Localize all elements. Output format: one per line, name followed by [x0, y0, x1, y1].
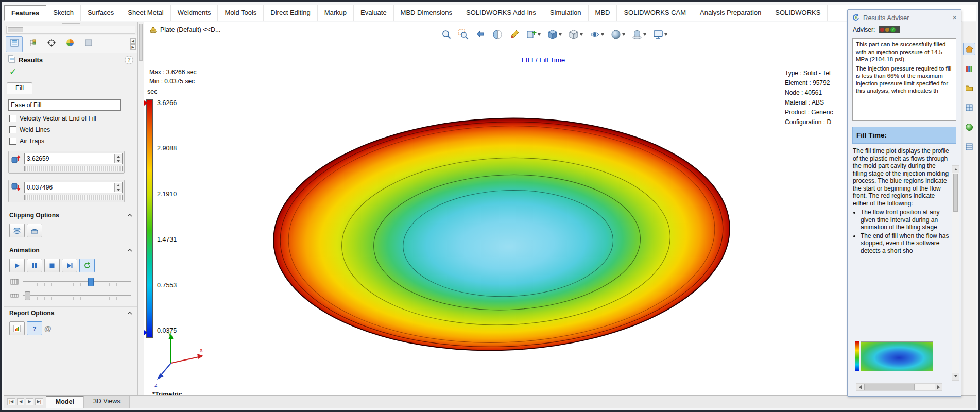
velocity-vector-checkbox[interactable]: [9, 115, 16, 122]
min-value-thumbwheel[interactable]: [24, 195, 123, 200]
ribbon-tab-cam[interactable]: SOLIDWORKS CAM: [617, 5, 693, 21]
appearances-button[interactable]: [610, 28, 626, 41]
speed-slider-thumb[interactable]: [25, 291, 30, 300]
max-value-input[interactable]: 3.62659: [24, 153, 123, 164]
play-from-start-button[interactable]: [62, 259, 77, 272]
adviser-message-box[interactable]: This part can be successfully filled wit…: [852, 38, 956, 121]
ease-of-fill-field[interactable]: [8, 99, 121, 111]
adviser-vertical-scrollbar[interactable]: [952, 165, 959, 381]
ribbon-tab-mbd[interactable]: MBD: [589, 5, 617, 21]
ok-check-icon[interactable]: ✓: [9, 67, 137, 77]
frame-slider-thumb[interactable]: [88, 278, 94, 286]
last-tab-icon[interactable]: ▶|: [35, 398, 43, 405]
tab-dimxpert[interactable]: [43, 36, 60, 52]
tab-display-manager[interactable]: [61, 36, 78, 52]
max-value-thumbwheel[interactable]: [24, 166, 123, 171]
custom-properties-button[interactable]: [963, 141, 975, 153]
tab-scroll-left-button[interactable]: ◀: [130, 38, 136, 44]
ribbon-tab-weldments[interactable]: Weldments: [171, 5, 218, 21]
dropdown-caret-icon: [538, 33, 541, 36]
animation-header[interactable]: Animation: [4, 244, 137, 255]
ribbon-tab-features[interactable]: Features: [4, 5, 46, 21]
min-value-input[interactable]: 0.037496: [24, 182, 123, 193]
tab-3d-views[interactable]: 3D Views: [84, 396, 130, 408]
close-icon[interactable]: ×: [952, 14, 957, 21]
play-button[interactable]: [9, 259, 25, 272]
ribbon-tab-solidworks[interactable]: SOLIDWORKS: [768, 5, 828, 21]
tab-model[interactable]: Model: [46, 396, 84, 408]
report-help-button[interactable]: ?: [27, 321, 42, 335]
file-explorer-button[interactable]: [963, 82, 975, 94]
ribbon-tab-direct-editing[interactable]: Direct Editing: [264, 5, 317, 21]
clipping-plane2-button[interactable]: [27, 224, 42, 237]
adviser-horizontal-scrollbar[interactable]: [856, 383, 942, 391]
legend-min-marker-icon[interactable]: [144, 330, 147, 335]
tab-property-manager[interactable]: [6, 36, 23, 52]
min-value-spinner[interactable]: [114, 183, 122, 192]
fill-time-plot[interactable]: [272, 116, 731, 353]
ribbon-tab-sketch[interactable]: Sketch: [46, 5, 81, 21]
ribbon-tab-sheet-metal[interactable]: Sheet Metal: [121, 5, 170, 21]
previous-view-button[interactable]: [474, 28, 487, 41]
zoom-to-fit-button[interactable]: [440, 28, 453, 41]
view-palette-button[interactable]: [963, 101, 975, 114]
display-style-button[interactable]: [568, 28, 584, 41]
horizontal-scroll-thumb[interactable]: [864, 384, 915, 390]
scroll-right-icon[interactable]: [935, 384, 942, 390]
next-tab-icon[interactable]: ▶: [26, 398, 33, 405]
first-tab-icon[interactable]: |◀: [7, 398, 15, 405]
ribbon-tab-addins[interactable]: SOLIDWORKS Add-Ins: [459, 5, 543, 21]
prev-tab-icon[interactable]: ◀: [17, 398, 24, 405]
ribbon-tab-evaluate[interactable]: Evaluate: [354, 5, 394, 21]
tab-scroll-right-button[interactable]: ▶: [130, 44, 136, 50]
help-button[interactable]: ?: [125, 56, 133, 64]
scroll-down-icon[interactable]: [952, 373, 959, 380]
appearances-pane-button[interactable]: [963, 121, 975, 133]
section-view-button[interactable]: [491, 28, 504, 41]
clipping-options-header[interactable]: Clipping Options: [4, 209, 137, 220]
edit-scene-button[interactable]: [631, 28, 647, 41]
ribbon-tab-mbd-dimensions[interactable]: MBD Dimensions: [394, 5, 459, 21]
insert-mate-button[interactable]: [525, 28, 542, 41]
tab-plastics-manager[interactable]: [80, 36, 97, 52]
tab-feature-tree[interactable]: [24, 36, 41, 52]
view-orientation-button[interactable]: [546, 28, 563, 41]
legend-max-marker-icon[interactable]: [144, 100, 147, 106]
stop-button[interactable]: [44, 259, 60, 272]
results-tab-row: Fill: [4, 81, 137, 94]
panel-scrollbar[interactable]: [138, 22, 144, 395]
speed-slider[interactable]: [23, 291, 131, 300]
report-button[interactable]: [9, 321, 25, 335]
vertical-scroll-thumb[interactable]: [953, 174, 958, 212]
scroll-up-icon[interactable]: [952, 166, 959, 173]
ribbon-tab-analysis-preparation[interactable]: Analysis Preparation: [693, 5, 768, 21]
pause-button[interactable]: [27, 259, 42, 272]
air-traps-checkbox[interactable]: [9, 138, 16, 145]
adviser-title-bar[interactable]: Results Adviser ×: [848, 10, 961, 24]
ribbon-tab-markup[interactable]: Markup: [318, 5, 354, 21]
ribbon-tab-mold-tools[interactable]: Mold Tools: [218, 5, 264, 21]
tab-fill[interactable]: Fill: [7, 82, 32, 94]
dynamic-annotation-button[interactable]: [508, 28, 521, 41]
clipping-plane1-button[interactable]: [9, 224, 25, 237]
panel-splitter-grip[interactable]: [4, 22, 137, 25]
fill-time-bullets: The flow front position at any given tim…: [861, 209, 950, 254]
view-settings-button[interactable]: [652, 28, 668, 41]
breadcrumb[interactable]: Plate (Default) <<D...: [149, 26, 220, 33]
report-options-header[interactable]: Report Options: [4, 306, 137, 318]
design-library-button[interactable]: [963, 62, 975, 75]
panel-top-scrollbar[interactable]: [6, 26, 135, 34]
frame-slider[interactable]: [23, 277, 131, 286]
home-tab-button[interactable]: [963, 43, 975, 55]
hide-show-items-button[interactable]: [589, 28, 605, 41]
ribbon-tab-simulation[interactable]: Simulation: [543, 5, 589, 21]
zoom-to-area-button[interactable]: [457, 28, 470, 41]
clipping-options-label: Clipping Options: [9, 212, 59, 219]
email-report-icon[interactable]: @: [44, 324, 51, 333]
ribbon-tab-surfaces[interactable]: Surfaces: [81, 5, 121, 21]
scroll-left-icon[interactable]: [856, 384, 864, 390]
max-value-spinner[interactable]: [114, 154, 122, 163]
weld-lines-checkbox[interactable]: [9, 126, 16, 133]
loop-button[interactable]: [79, 259, 95, 272]
graphics-area[interactable]: Plate (Default) <<D...: [144, 22, 962, 395]
